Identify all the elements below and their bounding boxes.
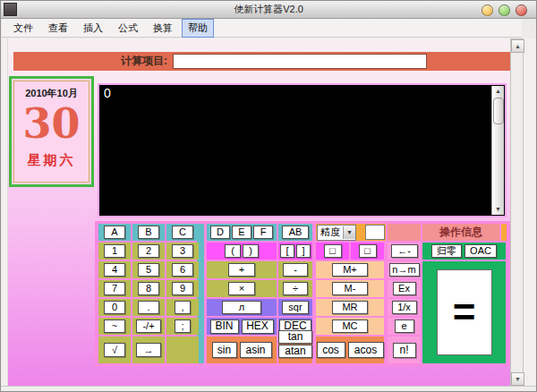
key-backspace[interactable]: ←- [391,244,418,258]
tan-atan-stack: tanatan [278,330,312,358]
cell-parens: () [207,243,277,260]
cell-blank [166,337,199,363]
key-1[interactable]: 1 [104,244,125,258]
key-f[interactable]: F [253,226,273,239]
key-sin[interactable]: sin [212,342,237,358]
key-c[interactable]: C [172,226,193,239]
close-button[interactable] [516,4,527,16]
key-atan[interactable]: atan [278,345,312,358]
bottom-edge [1,386,536,391]
minimize-button[interactable] [482,4,493,16]
key-comma[interactable]: , [175,301,191,314]
key-arrow[interactable]: → [136,343,161,357]
key-bin[interactable]: BIN [210,320,239,334]
precision-dropdown[interactable]: 精度▼ [317,225,356,241]
cell-c: C [166,224,199,241]
key-negate[interactable]: -/+ [136,320,161,333]
key-e-const[interactable]: e [395,320,414,333]
right-edge [524,38,535,387]
key-0[interactable]: 0 [104,301,125,314]
scrollbar-thumb[interactable] [493,98,504,124]
cell-multiply: × [207,280,277,297]
cell-5: 5 [132,261,165,278]
scroll-down-icon[interactable]: ▼ [511,372,524,386]
key-reciprocal[interactable]: 1/x [392,301,417,314]
cell-sqrt: √ [98,337,131,363]
key-n-to-m[interactable]: n→m [389,263,420,277]
key-e[interactable]: E [232,226,251,239]
key-mc[interactable]: MC [332,320,368,333]
key-minus[interactable]: - [283,263,308,277]
key-ex[interactable]: Ex [393,282,416,295]
key-tan[interactable]: tan [278,330,312,344]
scroll-up-icon[interactable]: ▲ [492,86,504,97]
cell-m-minus: M- [316,280,384,297]
menu-insert[interactable]: 插入 [77,19,109,38]
scroll-up-icon[interactable]: ▲ [511,39,524,53]
key-sqr[interactable]: sqr [282,301,309,314]
scroll-down-icon[interactable]: ▼ [492,204,504,215]
key-tilde[interactable]: ~ [104,320,125,333]
cell-tan: tanatan [278,337,312,363]
key-6[interactable]: 6 [172,263,193,277]
key-clear-zero[interactable]: 归零 [431,244,462,258]
maximize-button[interactable] [499,4,510,16]
key-a[interactable]: A [104,226,125,239]
key-9[interactable]: 9 [172,282,193,295]
cell-def: DEF [207,224,277,241]
menu-convert[interactable]: 换算 [147,19,179,38]
cell-operation-info-label: 操作信息 [439,225,482,240]
key-m-minus[interactable]: M- [332,282,368,295]
cell-pi: л [207,299,277,316]
cell-minus: - [278,261,312,278]
key-hex[interactable]: HEX [242,320,274,334]
key-divide[interactable]: ÷ [283,282,308,295]
project-name-input[interactable] [173,54,427,69]
menu-file[interactable]: 文件 [7,19,39,38]
key-pi[interactable]: л [222,301,261,314]
key-factorial[interactable]: n! [393,343,416,358]
cell-backspace: ←- [388,243,421,260]
key-multiply[interactable]: × [228,282,255,295]
menu-view[interactable]: 查看 [42,19,74,38]
key-equals[interactable]: = [437,269,492,355]
key-asin[interactable]: asin [240,342,272,358]
key-d[interactable]: D [210,226,230,239]
cell-square-1: □ [316,243,349,260]
key-semicolon[interactable]: ; [175,320,191,333]
key-acos[interactable]: acos [348,342,384,358]
menu-formula[interactable]: 公式 [112,19,144,38]
key-oac[interactable]: OAC [465,244,497,258]
key-square-2[interactable]: □ [359,244,377,258]
app-icon [4,3,17,16]
window-scrollbar[interactable]: ▲ ▼ [510,38,524,387]
cell-m-plus: M+ [316,261,384,278]
precision-input[interactable] [365,225,385,240]
key-3[interactable]: 3 [172,244,193,258]
key-sqrt[interactable]: √ [104,343,125,357]
key-ab[interactable]: AB [282,226,309,239]
key-square-1[interactable]: □ [324,244,342,258]
key-paren-close[interactable]: ) [243,244,259,258]
key-m-plus[interactable]: M+ [332,263,368,277]
cell-4: 4 [98,261,131,278]
key-plus[interactable]: + [228,263,255,277]
menu-help[interactable]: 帮助 [182,19,214,38]
title-bar[interactable]: 使新计算器V2.0 [1,1,536,19]
key-4[interactable]: 4 [104,263,125,277]
key-paren-open[interactable]: ( [225,244,241,258]
key-dot[interactable]: . [138,301,159,314]
key-mr[interactable]: MR [332,301,368,314]
display-scrollbar[interactable]: ▲ ▼ [491,86,504,215]
cell-semicolon: ; [166,318,199,335]
key-7[interactable]: 7 [104,282,125,295]
key-bracket-open[interactable]: [ [280,244,294,258]
key-b[interactable]: B [138,226,159,239]
key-bracket-close[interactable]: ] [296,244,311,258]
cell-3: 3 [166,243,199,260]
chevron-down-icon[interactable]: ▼ [343,226,355,239]
key-2[interactable]: 2 [138,244,159,258]
key-8[interactable]: 8 [138,282,159,295]
key-5[interactable]: 5 [138,263,159,277]
key-cos[interactable]: cos [317,342,345,358]
